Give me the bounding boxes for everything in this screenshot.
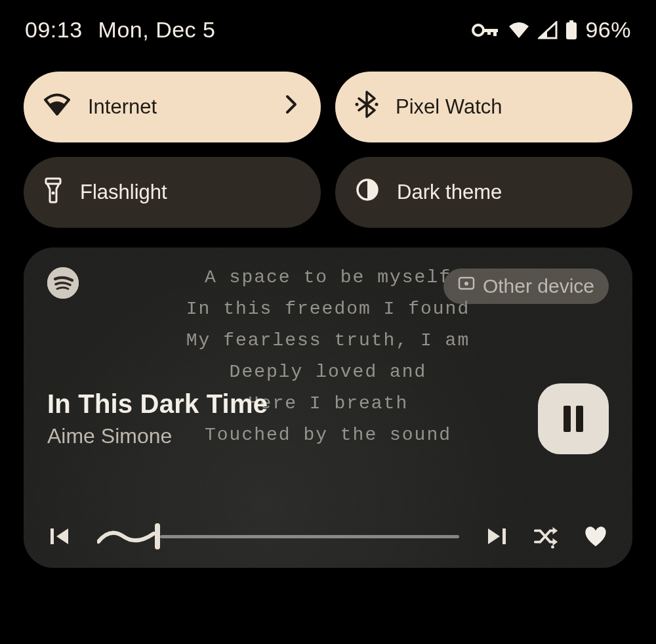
tile-internet[interactable]: Internet bbox=[24, 72, 321, 142]
device-label: Other device bbox=[483, 275, 594, 297]
tile-label: Pixel Watch bbox=[396, 95, 609, 119]
status-time: 09:13 bbox=[25, 17, 83, 43]
tile-label: Internet bbox=[88, 95, 268, 119]
svg-point-18 bbox=[551, 546, 554, 549]
status-bar: 09:13 Mon, Dec 5 bbox=[0, 0, 656, 43]
chevron-right-icon bbox=[285, 95, 297, 119]
wifi-icon bbox=[43, 92, 71, 122]
pause-button[interactable] bbox=[538, 383, 609, 454]
flashlight-icon bbox=[43, 176, 63, 209]
svg-rect-15 bbox=[576, 406, 583, 432]
svg-point-7 bbox=[375, 103, 379, 106]
seek-bar[interactable] bbox=[97, 523, 459, 549]
track-info: In This Dark Time Aime Simone bbox=[47, 389, 268, 448]
progress-remaining bbox=[160, 535, 459, 538]
track-artist: Aime Simone bbox=[47, 424, 268, 448]
cast-icon bbox=[458, 275, 475, 297]
tile-flashlight[interactable]: Flashlight bbox=[24, 157, 321, 228]
tile-label: Dark theme bbox=[397, 181, 609, 204]
bluetooth-icon bbox=[355, 91, 379, 123]
media-player: A space to be myself In this freedom I f… bbox=[24, 247, 632, 568]
svg-rect-16 bbox=[51, 528, 54, 544]
shuffle-button[interactable] bbox=[533, 523, 559, 549]
media-output-chip[interactable]: Other device bbox=[443, 268, 609, 304]
previous-button[interactable] bbox=[47, 523, 73, 549]
svg-point-9 bbox=[52, 192, 55, 195]
svg-rect-8 bbox=[46, 179, 60, 184]
wifi-icon bbox=[508, 21, 530, 39]
tile-bluetooth[interactable]: Pixel Watch bbox=[335, 72, 632, 142]
svg-rect-3 bbox=[487, 29, 491, 35]
progress-played-icon bbox=[97, 526, 157, 547]
svg-point-13 bbox=[464, 282, 468, 286]
spotify-icon[interactable] bbox=[47, 267, 79, 299]
seek-handle[interactable] bbox=[155, 523, 160, 549]
svg-rect-4 bbox=[569, 20, 573, 22]
svg-rect-17 bbox=[502, 528, 506, 544]
svg-point-0 bbox=[473, 25, 483, 35]
svg-rect-14 bbox=[564, 406, 571, 432]
next-button[interactable] bbox=[483, 523, 509, 549]
dark-theme-icon bbox=[355, 177, 380, 207]
svg-point-6 bbox=[356, 103, 359, 106]
battery-icon bbox=[565, 20, 577, 40]
svg-rect-5 bbox=[566, 22, 577, 39]
signal-icon bbox=[538, 21, 558, 39]
vpn-key-icon bbox=[471, 21, 500, 39]
svg-rect-2 bbox=[493, 29, 497, 36]
tile-label: Flashlight bbox=[80, 181, 297, 204]
status-date: Mon, Dec 5 bbox=[98, 17, 216, 43]
track-title: In This Dark Time bbox=[47, 389, 268, 419]
tile-dark-theme[interactable]: Dark theme bbox=[335, 157, 632, 228]
favorite-button[interactable] bbox=[583, 523, 609, 549]
quick-tiles: Internet Pixel Watch Flashlight bbox=[0, 43, 656, 228]
battery-pct: 96% bbox=[585, 17, 631, 43]
